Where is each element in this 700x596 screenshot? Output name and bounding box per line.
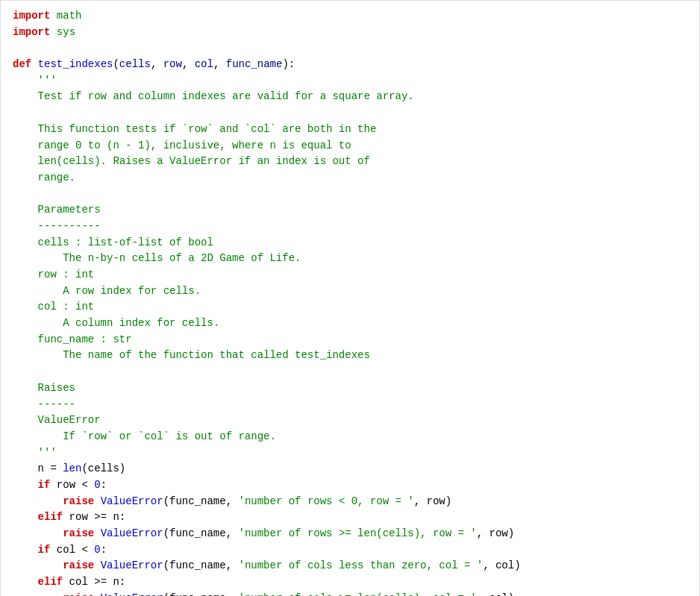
docstring-cells-desc: The n-by-n cells of a 2D Game of Life.: [13, 252, 301, 264]
docstring-col-param: col : int: [13, 301, 94, 313]
docstring-dashes-params: ----------: [13, 220, 101, 232]
keyword-if-col-lt: if: [38, 544, 51, 556]
docstring-valueerror-desc: If `row` or `col` is out of range.: [13, 430, 276, 442]
param-row: row: [163, 58, 182, 70]
module-math: math: [57, 10, 82, 22]
string-cols-lt-zero: 'number of cols less than zero, col = ': [238, 559, 483, 571]
docstring-open: ''': [13, 75, 57, 87]
keyword-elif-row-gte: elif: [38, 511, 63, 523]
docstring-line-5: range.: [13, 172, 75, 183]
string-cols-gte-len: 'number of cols >= len(cells), col = ': [238, 592, 476, 596]
param-col: col: [195, 58, 213, 70]
function-name: test_indexes: [38, 58, 113, 70]
code-container: import math import sys def test_indexes(…: [0, 0, 700, 596]
docstring-line-4: len(cells). Raises a ValueError if an in…: [13, 155, 370, 167]
keyword-elif-col-gte: elif: [38, 576, 63, 588]
keyword-raise-1: raise: [63, 495, 94, 507]
docstring-line-3: range 0 to (n - 1), inclusive, where n i…: [13, 139, 351, 151]
param-cells: cells: [119, 58, 151, 70]
docstring-dashes-raises: ------: [13, 398, 75, 410]
keyword-raise-3: raise: [63, 559, 94, 571]
module-sys: sys: [57, 26, 75, 38]
keyword-if-row-lt: if: [38, 479, 51, 491]
docstring-row-param: row : int: [13, 269, 94, 280]
docstring-section-params: Parameters: [13, 204, 101, 216]
valueerror-3: ValueError: [101, 559, 163, 571]
docstring-funcname-param: func_name : str: [13, 333, 132, 345]
keyword-import-1: import: [13, 10, 50, 22]
docstring-valueerror: ValueError: [13, 414, 101, 426]
keyword-import-2: import: [13, 26, 50, 38]
code-n-assign: n =: [13, 462, 63, 474]
valueerror-1: ValueError: [101, 495, 163, 507]
string-rows-gte-len: 'number of rows >= len(cells), row = ': [238, 527, 476, 539]
keyword-def: def: [13, 58, 31, 70]
number-0-1: 0: [94, 479, 100, 491]
number-0-2: 0: [94, 544, 100, 556]
param-func-name: func_name: [226, 58, 283, 70]
keyword-raise-4: raise: [63, 592, 94, 596]
docstring-cells-param: cells : list-of-list of bool: [13, 236, 213, 248]
docstring-line-2: This function tests if `row` and `col` a…: [13, 123, 376, 135]
valueerror-4: ValueError: [101, 592, 163, 596]
docstring-section-raises: Raises: [13, 382, 75, 394]
docstring-row-desc: A row index for cells.: [13, 285, 201, 297]
code-block: import math import sys def test_indexes(…: [13, 8, 687, 596]
docstring-funcname-desc: The name of the function that called tes…: [13, 349, 370, 361]
builtin-len-1: len: [63, 462, 81, 474]
docstring-col-desc: A column index for cells.: [13, 317, 219, 329]
valueerror-2: ValueError: [101, 527, 163, 539]
docstring-line-1: Test if row and column indexes are valid…: [13, 90, 414, 102]
keyword-raise-2: raise: [63, 527, 94, 539]
docstring-close: ''': [13, 447, 57, 459]
string-rows-lt-0: 'number of rows < 0, row = ': [238, 495, 413, 507]
